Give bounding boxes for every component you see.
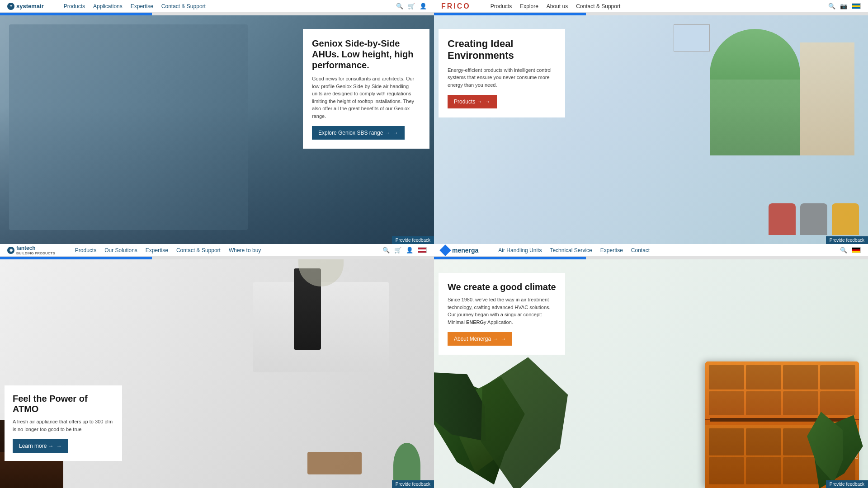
flag-icon-q3[interactable]	[418, 247, 427, 253]
fantech-hero: Feel the Power of ATMO A fresh air appli…	[0, 259, 434, 488]
nav-products-q2[interactable]: Products	[491, 3, 512, 9]
user-icon-q3[interactable]: 👤	[406, 247, 413, 253]
nav-solutions-q3[interactable]: Our Solutions	[104, 247, 137, 253]
frico-hero-desc: Energy-efficient products with intellige…	[448, 66, 556, 89]
quadrant-frico: FRICO Products Explore About us Contact …	[434, 0, 868, 244]
menerga-hero: menerga We create a good climate Since 1…	[434, 259, 868, 488]
fantech-feedback[interactable]: Provide feedback	[392, 480, 434, 488]
quadrant-systemair: ✦ systemair Products Applications Expert…	[0, 0, 434, 244]
nav-products-q1[interactable]: Products	[64, 3, 85, 9]
fantech-logo[interactable]: ◉ fantech BUILDING PRODUCTS	[7, 245, 55, 255]
fantech-content-card: Feel the Power of ATMO A fresh air appli…	[5, 385, 122, 461]
fantech-cta-button[interactable]: Learn more →	[13, 439, 68, 453]
nav-ahu-q4[interactable]: Air Handling Units	[498, 247, 542, 253]
systemair-feedback[interactable]: Provide feedback	[392, 236, 434, 244]
camera-icon-q2[interactable]: 📷	[840, 3, 847, 9]
systemair-cta-button[interactable]: Explore Geniox SBS range →	[312, 126, 405, 140]
search-icon-q1[interactable]: 🔍	[396, 3, 403, 9]
menerga-plant-right	[800, 402, 868, 488]
nav-contact-q2[interactable]: Contact & Support	[576, 3, 620, 9]
frico-nav-icons: 🔍 📷	[828, 3, 861, 9]
fantech-hero-title: Feel the Power of ATMO	[13, 394, 114, 414]
systemair-hero-title: Geniox Side-by-Side AHUs. Low height, hi…	[312, 38, 420, 70]
cart-icon-q1[interactable]: 🛒	[408, 3, 415, 9]
nav-contact-q1[interactable]: Contact & Support	[161, 3, 206, 9]
menerga-navbar: menerga Air Handling Units Technical Ser…	[434, 244, 868, 257]
menerga-hero-desc: Since 1980, we've led the way in air tre…	[448, 296, 556, 326]
flag-icon-q4[interactable]	[852, 247, 861, 253]
systemair-logo[interactable]: ✦ systemair	[7, 3, 44, 10]
frico-logo-text: FRICO	[441, 2, 471, 10]
systemair-hero: Geniox Side-by-Side AHUs. Low height, hi…	[0, 15, 434, 244]
nav-applications-q1[interactable]: Applications	[93, 3, 123, 9]
frico-cta-button[interactable]: Products →	[448, 95, 497, 108]
systemair-nav-icons: 🔍 🛒 👤	[396, 3, 427, 9]
nav-products-q3[interactable]: Products	[75, 247, 96, 253]
fantech-navbar: ◉ fantech BUILDING PRODUCTS Products Our…	[0, 244, 434, 257]
nav-expertise-q1[interactable]: Expertise	[131, 3, 153, 9]
menerga-logo-text: menerga	[452, 247, 478, 254]
search-icon-q4[interactable]: 🔍	[840, 247, 847, 253]
frico-hero-title: Creating Ideal Environments	[448, 38, 556, 62]
frico-arch-window	[710, 29, 800, 155]
menerga-logo[interactable]: menerga	[441, 246, 478, 254]
nav-expertise-q4[interactable]: Expertise	[600, 247, 623, 253]
systemair-hero-desc: Good news for consultants and architects…	[312, 75, 420, 120]
frico-logo[interactable]: FRICO	[441, 2, 471, 10]
frico-feedback[interactable]: Provide feedback	[826, 236, 868, 244]
nav-explore-q2[interactable]: Explore	[520, 3, 538, 9]
systemair-logo-icon: ✦	[7, 3, 14, 10]
systemair-logo-text: systemair	[16, 3, 44, 9]
menerga-feedback[interactable]: Provide feedback	[826, 480, 868, 488]
user-icon-q1[interactable]: 👤	[420, 3, 427, 9]
fantech-hero-desc: A fresh air appliance that offers up to …	[13, 418, 114, 433]
frico-hero: Creating Ideal Environments Energy-effic…	[434, 15, 868, 244]
nav-contact-q4[interactable]: Contact	[631, 247, 650, 253]
frico-navbar: FRICO Products Explore About us Contact …	[434, 0, 868, 13]
flag-icon-q2[interactable]	[852, 3, 861, 9]
frico-nav: Products Explore About us Contact & Supp…	[491, 3, 620, 9]
quadrant-fantech: ◉ fantech BUILDING PRODUCTS Products Our…	[0, 244, 434, 488]
search-icon-q3[interactable]: 🔍	[382, 247, 390, 253]
fantech-nav: Products Our Solutions Expertise Contact…	[75, 247, 261, 253]
menerga-nav: Air Handling Units Technical Service Exp…	[498, 247, 650, 253]
menerga-hero-title: We create a good climate	[448, 282, 556, 292]
systemair-navbar: ✦ systemair Products Applications Expert…	[0, 0, 434, 13]
fantech-nav-icons: 🔍 🛒 👤	[382, 247, 427, 253]
nav-technical-q4[interactable]: Technical Service	[550, 247, 592, 253]
cart-icon-q3[interactable]: 🛒	[394, 247, 401, 253]
fantech-logo-circle: ◉	[7, 247, 14, 254]
menerga-cta-button[interactable]: About Menerga →	[448, 332, 512, 346]
nav-contact-q3[interactable]: Contact & Support	[176, 247, 221, 253]
menerga-content-card: We create a good climate Since 1980, we'…	[439, 273, 565, 355]
menerga-nav-icons: 🔍	[840, 247, 861, 253]
nav-expertise-q3[interactable]: Expertise	[146, 247, 168, 253]
quadrant-menerga: menerga Air Handling Units Technical Ser…	[434, 244, 868, 488]
menerga-logo-diamond	[439, 244, 451, 256]
search-icon-q2[interactable]: 🔍	[828, 3, 835, 9]
nav-wheretobuy-q3[interactable]: Where to buy	[229, 247, 261, 253]
systemair-content-card: Geniox Side-by-Side AHUs. Low height, hi…	[303, 29, 429, 149]
systemair-nav: Products Applications Expertise Contact …	[64, 3, 206, 9]
nav-about-q2[interactable]: About us	[547, 3, 568, 9]
fantech-logo-text: fantech BUILDING PRODUCTS	[16, 245, 55, 255]
frico-content-card: Creating Ideal Environments Energy-effic…	[439, 29, 565, 117]
